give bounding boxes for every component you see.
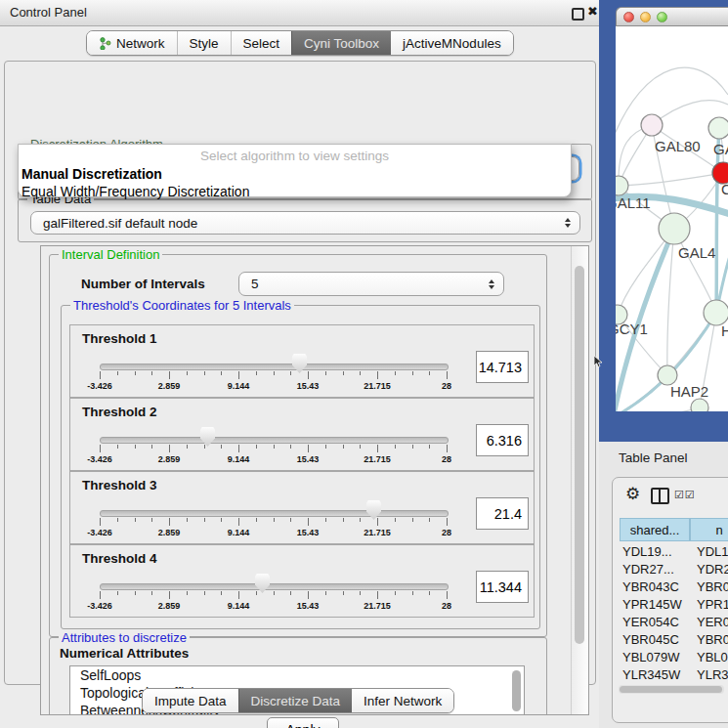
close-traffic-light[interactable]	[623, 12, 634, 22]
tick-label: 28	[442, 601, 451, 611]
tick-label: 15.43	[297, 601, 320, 611]
apply-button[interactable]: Apply	[267, 717, 339, 728]
top-tab-bar: Network Style Select Cyni Toolbox jActiv…	[86, 30, 514, 56]
table-body: YDL19...YDL1 YDR27...YDR2 YBR043CYBR0 YP…	[620, 542, 728, 689]
close-icon[interactable]: ✖	[587, 4, 598, 19]
tab-infer-network[interactable]: Infer Network	[352, 689, 453, 712]
threshold-3-slider-track[interactable]	[100, 510, 449, 517]
tab-label: Select	[243, 36, 280, 51]
cell: YDR2	[691, 562, 728, 577]
table-row[interactable]: YDL19...YDL1	[620, 542, 728, 560]
threshold-3-slider-thumb[interactable]	[366, 500, 381, 520]
split-columns-icon[interactable]	[651, 488, 669, 504]
scrollbar-thumb[interactable]	[575, 266, 584, 644]
threshold-3-value-field[interactable]: 21.4	[476, 497, 529, 530]
dropdown-option-manual-discretization[interactable]: Manual Discretization	[19, 163, 571, 182]
settings-scrollpane: Interval Definition Number of Intervals …	[40, 245, 589, 715]
node-clipped-bottom[interactable]	[691, 399, 708, 411]
threshold-1-slider-thumb[interactable]	[292, 354, 307, 373]
node-hap2[interactable]	[658, 365, 677, 385]
threshold-label: Threshold 4	[82, 551, 157, 566]
tab-label: Impute Data	[154, 694, 227, 708]
checkbox-icons[interactable]: ☑☑	[674, 489, 696, 501]
tick-label: 15.43	[297, 528, 320, 537]
table-row[interactable]: YLR345WYLR3	[620, 665, 728, 683]
cell: YBL0	[691, 650, 728, 664]
table-horizontal-scrollbar[interactable]	[619, 685, 724, 694]
node-label-clipped-h: H	[721, 322, 728, 339]
tick-label: 15.43	[297, 454, 320, 464]
column-header-name[interactable]: n	[690, 518, 728, 541]
zoom-traffic-light[interactable]	[657, 12, 667, 22]
spinner-arrows-icon	[565, 218, 571, 228]
tick-label: 9.144	[228, 601, 250, 611]
spinner-arrows-icon	[489, 279, 494, 289]
tick-label: 2.859	[158, 601, 181, 611]
cell: YER0	[691, 615, 728, 629]
threshold-4-value-field[interactable]: 11.344	[476, 571, 529, 603]
table-row[interactable]: YBR045CYBR0	[620, 630, 728, 648]
node-gal4[interactable]	[659, 213, 690, 244]
tick-label: 9.144	[228, 528, 250, 537]
node-label-gal80: GAL80	[655, 138, 701, 154]
table-row[interactable]: YBR043CYBR0	[620, 578, 728, 595]
threshold-label: Threshold 1	[82, 331, 157, 346]
threshold-2-panel: Threshold 2 -3.426 2.859 9.144 15.43 21.…	[69, 398, 535, 471]
threshold-label: Threshold 2	[82, 405, 157, 419]
scrollbar-thumb[interactable]	[620, 686, 722, 693]
threshold-1-slider-track[interactable]	[100, 364, 449, 370]
dropdown-placeholder: Select algorithm to view settings	[19, 145, 571, 163]
threshold-2-slider-track[interactable]	[100, 437, 449, 444]
tab-network[interactable]: Network	[87, 31, 177, 55]
group-title: Threshold's Coordinates for 5 Intervals	[70, 298, 294, 313]
list-item[interactable]: SelfLoops	[70, 666, 524, 684]
network-canvas[interactable]: GAL80 GA C GAL11 GAL4 GCY1 H HAP2	[616, 26, 728, 411]
table-row[interactable]: YDR27...YDR2	[620, 560, 728, 578]
threshold-4-slider-track[interactable]	[100, 583, 449, 590]
network-window-titlebar[interactable]	[616, 7, 728, 26]
threshold-2-slider-thumb[interactable]	[200, 427, 215, 447]
node-label-gcy1: GCY1	[616, 321, 648, 337]
minimize-traffic-light[interactable]	[640, 12, 651, 22]
tab-impute-data[interactable]: Impute Data	[143, 689, 238, 712]
cell: YDL1	[691, 544, 728, 559]
cell: YBR0	[691, 632, 728, 647]
gear-icon[interactable]: ⚙	[625, 484, 640, 504]
node-gal80[interactable]	[641, 114, 663, 136]
tick-label: 28	[442, 381, 451, 391]
threshold-1-value-field[interactable]: 14.713	[476, 351, 529, 383]
threshold-1-panel: Threshold 1 -3.426 2.859 9.144 15.43 21.…	[69, 324, 535, 398]
tab-label: Discretize Data	[251, 694, 341, 708]
num-intervals-combobox[interactable]: 5	[238, 272, 504, 296]
scrollbar-thumb[interactable]	[512, 670, 521, 711]
tick-label: 21.715	[364, 601, 391, 611]
float-window-icon[interactable]	[572, 8, 584, 21]
threshold-4-slider-thumb[interactable]	[255, 574, 270, 593]
table-row[interactable]: YBL079WYBL0	[620, 648, 728, 665]
tab-label: Network	[116, 36, 165, 51]
network-graph: GAL80 GA C GAL11 GAL4 GCY1 H HAP2	[616, 26, 728, 411]
tab-discretize-data[interactable]: Discretize Data	[238, 689, 353, 712]
mouse-cursor	[594, 356, 605, 367]
table-panel: ⚙ ☑☑ shared... n YDL19...YDL1 YDR27...YD…	[612, 477, 728, 723]
table-row[interactable]: YPR145WYPR1	[620, 595, 728, 613]
tab-jactivemnodules[interactable]: jActiveMNodules	[391, 31, 513, 55]
control-panel-titlebar: Control Panel ✖	[0, 0, 599, 26]
tab-select[interactable]: Select	[231, 31, 292, 55]
table-data-combobox[interactable]: galFiltered.sif default node	[30, 211, 580, 235]
node-label-gal11: GAL11	[616, 194, 651, 211]
settings-vertical-scrollbar[interactable]	[571, 246, 588, 714]
column-header-shared-name[interactable]: shared...	[620, 518, 690, 541]
tab-style[interactable]: Style	[177, 31, 231, 55]
node-clipped-top-right[interactable]	[708, 117, 728, 139]
cell: YBR0	[691, 579, 728, 594]
tab-cyni-toolbox[interactable]: Cyni Toolbox	[291, 31, 391, 55]
cell: YLR3	[691, 667, 728, 682]
threshold-2-value-field[interactable]: 6.316	[476, 424, 529, 456]
dropdown-option-equal-width[interactable]: Equal Width/Frequency Discretization	[19, 182, 571, 199]
tick-label: -3.426	[87, 528, 112, 537]
table-row[interactable]: YER054CYER0	[620, 613, 728, 630]
tab-label: Infer Network	[364, 694, 442, 708]
attributes-list-scrollbar[interactable]	[510, 666, 523, 715]
cell: YBR043C	[620, 579, 691, 594]
